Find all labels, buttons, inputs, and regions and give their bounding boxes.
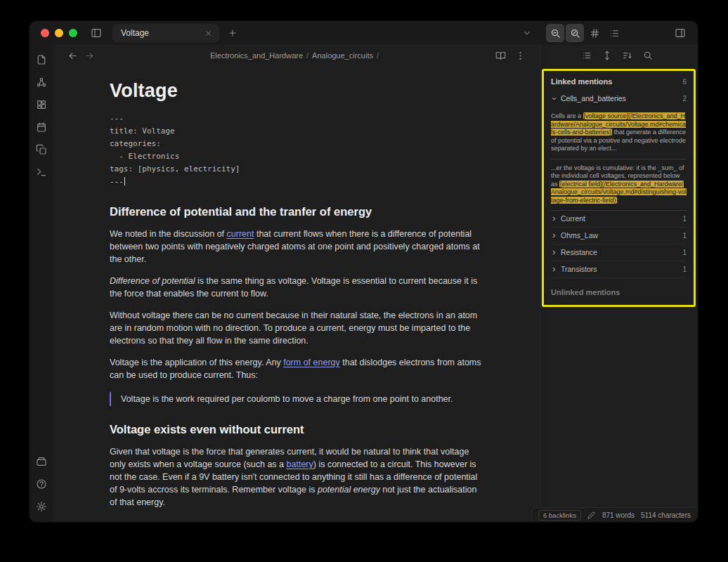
frontmatter-line: tags: [physics, electricity] <box>110 163 483 176</box>
zoom-window-button[interactable] <box>69 29 77 37</box>
backlink-group-transistors[interactable]: Transistors 1 <box>551 261 687 278</box>
breadcrumb-separator: / <box>306 51 308 60</box>
frontmatter-line: categories: <box>110 138 483 150</box>
note-title: Voltage <box>110 80 483 102</box>
view-header: Electronics_and_Hardware/Analogue_circui… <box>53 45 540 66</box>
chevron-down-icon <box>551 96 557 102</box>
group-count: 1 <box>682 266 687 273</box>
search-icon[interactable] <box>642 49 654 62</box>
word-count: 871 words <box>602 511 635 519</box>
frontmatter-line: --- <box>110 176 483 188</box>
backlinks-toolbar <box>540 45 698 66</box>
tab-title: Voltage <box>121 28 202 38</box>
frontmatter-line: - Electronics <box>110 150 483 163</box>
backlink-group-resistance[interactable]: Resistance 1 <box>551 244 687 261</box>
forward-icon[interactable] <box>81 47 98 64</box>
terminal-icon[interactable] <box>33 164 50 181</box>
search-result[interactable]: ...er the voltage is cumulative: it is t… <box>551 159 687 211</box>
match-highlight: [electrical field](/Electronics_and_Hard… <box>551 181 687 204</box>
paragraph: Difference of potential is the same thin… <box>110 275 483 300</box>
unlinked-mentions-header[interactable]: Unlinked mentions <box>551 288 687 296</box>
close-icon[interactable] <box>202 27 214 39</box>
templates-icon[interactable] <box>33 141 50 158</box>
vault-switcher-icon[interactable] <box>33 453 50 470</box>
emphasis-text: potential energy <box>318 485 380 495</box>
chevron-right-icon <box>551 216 557 222</box>
paragraph: We noted in the discussion of current th… <box>110 228 483 266</box>
backlink-group-ohms-law[interactable]: Ohms_Law 1 <box>551 228 687 244</box>
internal-link-current[interactable]: current <box>227 229 254 239</box>
character-count: 5114 characters <box>641 511 691 519</box>
sort-order-icon[interactable] <box>621 49 634 62</box>
calendar-icon[interactable] <box>33 119 50 136</box>
graph-icon[interactable] <box>33 74 50 91</box>
canvas-icon[interactable] <box>33 96 50 113</box>
panel-left-icon[interactable] <box>87 24 105 42</box>
group-count: 1 <box>682 249 687 256</box>
blockquote: Voltage is the work required per coulomb… <box>110 392 483 406</box>
chevron-right-icon <box>551 249 557 256</box>
section-heading: Voltage exists even without current <box>110 423 483 436</box>
status-bar: 6 backlinks 871 words 5114 characters <box>531 507 698 522</box>
right-sidebar: Linked mentions 6 Cells_and_batteries 2 … <box>540 45 698 522</box>
tab-voltage[interactable]: Voltage <box>112 24 219 42</box>
show-context-icon[interactable] <box>601 49 613 62</box>
new-note-icon[interactable] <box>33 51 50 68</box>
breadcrumb-item[interactable]: Analogue_circuits <box>312 51 373 60</box>
paragraph: Without voltage there can be no current … <box>110 309 483 347</box>
group-count: 1 <box>682 232 687 240</box>
hash-icon[interactable] <box>585 24 604 42</box>
paragraph: Voltage is the application of this energ… <box>110 356 483 381</box>
frontmatter-line: --- <box>110 112 483 125</box>
linked-mentions-header[interactable]: Linked mentions 6 <box>551 77 687 86</box>
close-window-button[interactable] <box>41 29 49 37</box>
annotation-highlight-box: Linked mentions 6 Cells_and_batteries 2 … <box>542 69 696 307</box>
frontmatter: --- title: Voltage categories: - Electro… <box>110 112 483 188</box>
traffic-lights <box>41 29 77 37</box>
note-editor[interactable]: Voltage --- title: Voltage categories: -… <box>53 66 540 522</box>
linked-mentions-count: 6 <box>682 78 687 86</box>
internal-link-form-of-energy[interactable]: form of energy <box>283 358 340 367</box>
text-cursor <box>124 177 125 185</box>
breadcrumb: Electronics_and_Hardware/Analogue_circui… <box>210 51 382 60</box>
left-ribbon <box>30 45 53 522</box>
section-heading: Difference of potential and the tranfer … <box>110 205 483 218</box>
reading-mode-icon[interactable] <box>492 47 509 64</box>
breadcrumb-item[interactable]: Electronics_and_Hardware <box>210 51 303 60</box>
collapse-results-icon[interactable] <box>580 49 593 62</box>
group-count: 1 <box>682 215 687 223</box>
back-icon[interactable] <box>64 47 81 64</box>
new-tab-button[interactable] <box>223 24 242 42</box>
editor-pane: Electronics_and_Hardware/Analogue_circui… <box>53 45 540 522</box>
chevron-down-icon[interactable] <box>518 24 536 42</box>
help-icon[interactable] <box>33 476 50 492</box>
settings-icon[interactable] <box>33 498 50 515</box>
search-result[interactable]: Cells are a [voltage source](/Electronic… <box>551 107 687 159</box>
backlink-count[interactable]: 6 backlinks <box>538 510 581 521</box>
app-window: Voltage <box>30 21 698 522</box>
edit-mode-icon[interactable] <box>587 511 596 519</box>
frontmatter-line: title: Voltage <box>110 125 483 138</box>
chevron-right-icon <box>551 266 557 273</box>
link-search-icon[interactable] <box>546 24 564 42</box>
panel-right-icon[interactable] <box>671 24 689 42</box>
internal-link-battery[interactable]: battery <box>287 459 313 469</box>
breadcrumb-separator: / <box>377 51 379 60</box>
unlink-search-icon[interactable] <box>566 24 584 42</box>
more-options-icon[interactable] <box>512 47 528 64</box>
group-count: 2 <box>682 95 687 103</box>
paragraph: Given that voltage is the force that gen… <box>110 445 483 509</box>
backlink-group-current[interactable]: Current 1 <box>551 211 687 228</box>
emphasis-text: Difference of potential <box>110 276 195 286</box>
chevron-right-icon <box>551 233 557 239</box>
minimize-window-button[interactable] <box>55 29 63 37</box>
bullet-list-icon[interactable] <box>605 24 623 42</box>
titlebar: Voltage <box>30 21 698 45</box>
backlink-group-cells-and-batteries[interactable]: Cells_and_batteries 2 <box>551 94 687 103</box>
